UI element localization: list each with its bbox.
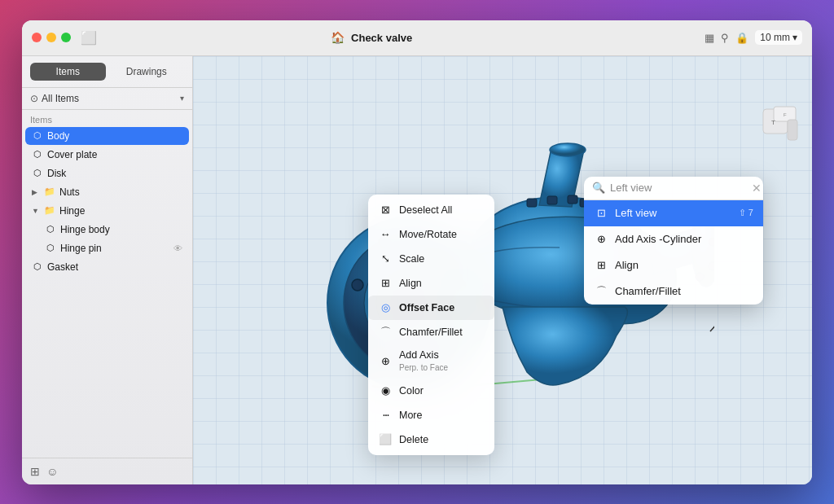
context-deselect-all[interactable]: ⊠ Deselect All	[368, 198, 494, 222]
sidebar-item-gasket[interactable]: ⬡ Gasket	[25, 258, 189, 276]
content-area: Items Drawings ⊙ All Items ▾ Items ⬡ Bod…	[22, 56, 812, 484]
offset-face-icon: ◎	[378, 300, 393, 315]
grid-icon[interactable]: ▦	[705, 32, 714, 44]
search-result-chamfer-fillet[interactable]: ⌒ Chamfer/Fillet	[584, 278, 763, 305]
move-rotate-label: Move/Rotate	[399, 229, 485, 240]
hinge-body-label: Hinge body	[60, 224, 182, 235]
tab-items[interactable]: Items	[30, 63, 106, 81]
gasket-label: Gasket	[47, 261, 182, 273]
gasket-icon: ⬡	[32, 261, 43, 273]
sidebar: Items Drawings ⊙ All Items ▾ Items ⬡ Bod…	[22, 56, 193, 484]
scale-label: Scale	[399, 253, 485, 265]
context-move-rotate[interactable]: ↔ Move/Rotate	[368, 222, 494, 247]
sidebar-item-body[interactable]: ⬡ Body	[25, 127, 189, 145]
left-view-label: Left view	[615, 207, 732, 219]
svg-rect-12	[547, 196, 557, 204]
hinge-folder-icon: 📁	[44, 205, 55, 217]
main-window: ⬜ 🏠 Check valve ▦ ⚲ 🔒 10 mm ▾ Items Draw…	[22, 20, 812, 484]
delete-icon: ⬜	[378, 432, 393, 447]
svg-rect-29	[788, 120, 797, 140]
context-more[interactable]: ··· More	[368, 403, 494, 427]
body-icon: ⬡	[32, 130, 43, 142]
tab-drawings[interactable]: Drawings	[109, 63, 185, 81]
left-view-shortcut: ⇧ 7	[739, 208, 753, 218]
body-label: Body	[47, 130, 182, 142]
sidebar-item-cover-plate[interactable]: ⬡ Cover plate	[25, 146, 189, 164]
search-clear-button[interactable]: ✕	[752, 182, 762, 195]
sidebar-tabs: Items Drawings	[22, 56, 192, 88]
svg-rect-10	[568, 195, 577, 204]
window-title: Check valve	[351, 32, 412, 44]
cover-plate-label: Cover plate	[47, 149, 182, 160]
measure-label: 10 mm	[760, 32, 790, 43]
nuts-folder-icon: 📁	[44, 186, 55, 198]
sidebar-footer: ⊞ ☺	[22, 458, 192, 484]
hinge-expand-icon: ▼	[32, 207, 40, 215]
sidebar-item-hinge-pin[interactable]: ⬡ Hinge pin 👁	[25, 239, 189, 257]
context-delete[interactable]: ⬜ Delete	[368, 427, 494, 452]
chamfer-fillet-result-icon: ⌒	[594, 284, 608, 299]
align-label: Align	[399, 278, 485, 289]
hinge-body-icon: ⬡	[45, 224, 56, 235]
home-icon[interactable]: 🏠	[331, 31, 345, 44]
context-chamfer-fillet[interactable]: ⌒ Chamfer/Fillet	[368, 320, 494, 344]
context-scale[interactable]: ⤡ Scale	[368, 247, 494, 271]
context-offset-face[interactable]: ◎ Offset Face	[368, 296, 494, 320]
add-axis-label: Add AxisPerp. to Face	[399, 349, 485, 374]
measure-arrow: ▾	[792, 32, 797, 43]
hinge-pin-label: Hinge pin	[60, 243, 169, 254]
sidebar-item-nuts[interactable]: ▶ 📁 Nuts	[25, 183, 189, 201]
svg-point-15	[352, 279, 363, 291]
search-result-align[interactable]: ⊞ Align	[584, 252, 763, 278]
search-input[interactable]	[610, 182, 747, 194]
align-result-icon: ⊞	[594, 258, 608, 273]
lock-icon[interactable]: 🔒	[735, 32, 748, 44]
titlebar-center: 🏠 Check valve	[38, 31, 705, 44]
context-align[interactable]: ⊞ Align	[368, 271, 494, 296]
deselect-all-icon: ⊠	[378, 203, 393, 217]
viewport: 14 mm T F ⊠ De	[193, 56, 812, 484]
disk-label: Disk	[47, 168, 182, 179]
chamfer-fillet-label: Chamfer/Fillet	[399, 327, 485, 338]
measure-control[interactable]: 10 mm ▾	[755, 30, 802, 45]
sidebar-filter: ⊙ All Items ▾	[22, 88, 192, 110]
svg-point-8	[550, 143, 586, 156]
sidebar-section-label: Items	[22, 110, 192, 126]
svg-line-23	[710, 318, 714, 331]
search-result-left-view[interactable]: ⊡ Left view ⇧ 7	[584, 200, 763, 226]
add-axis-cylinder-icon: ⊕	[594, 232, 608, 247]
svg-rect-9	[527, 199, 537, 207]
search-popup: 🔍 ✕ ⊡ Left view ⇧ 7 ⊕ Add Axis -Cylinder…	[584, 177, 763, 305]
add-item-button[interactable]: ⊞	[30, 465, 40, 478]
scale-icon: ⤡	[378, 252, 393, 266]
context-color[interactable]: ◉ Color	[368, 379, 494, 403]
color-icon: ◉	[378, 383, 393, 398]
context-add-axis[interactable]: ⊕ Add AxisPerp. to Face	[368, 344, 494, 379]
more-label: More	[399, 410, 485, 421]
filter-icon: ⊙	[30, 93, 38, 104]
chamfer-fillet-icon: ⌒	[378, 325, 393, 340]
nuts-expand-icon: ▶	[32, 188, 40, 196]
filter-arrow-icon: ▾	[180, 94, 184, 103]
orientation-cube[interactable]: T F	[759, 105, 800, 146]
search-result-add-axis-cylinder[interactable]: ⊕ Add Axis -Cylinder	[584, 226, 763, 252]
cover-plate-icon: ⬡	[32, 149, 43, 160]
align-result-label: Align	[615, 259, 753, 271]
sidebar-item-hinge[interactable]: ▼ 📁 Hinge	[25, 202, 189, 220]
sidebar-item-disk[interactable]: ⬡ Disk	[25, 164, 189, 182]
align-icon: ⊞	[378, 276, 393, 291]
svg-text:F: F	[784, 112, 787, 117]
eye-icon[interactable]: 👁	[173, 243, 182, 253]
color-label: Color	[399, 385, 485, 397]
search-icon: 🔍	[592, 182, 605, 194]
add-axis-cylinder-label: Add Axis -Cylinder	[615, 233, 753, 245]
sidebar-item-hinge-body[interactable]: ⬡ Hinge body	[25, 221, 189, 239]
sidebar-items: ⬡ Body ⬡ Cover plate ⬡ Disk ▶ 📁 Nuts	[22, 126, 192, 458]
filter-select[interactable]: All Items	[42, 93, 177, 104]
left-view-icon: ⊡	[594, 206, 608, 221]
disk-icon: ⬡	[32, 168, 43, 179]
hinge-label: Hinge	[59, 205, 182, 217]
emoji-button[interactable]: ☺	[46, 465, 58, 478]
magnet-icon[interactable]: ⚲	[721, 32, 729, 44]
titlebar-right: ▦ ⚲ 🔒 10 mm ▾	[705, 30, 802, 45]
